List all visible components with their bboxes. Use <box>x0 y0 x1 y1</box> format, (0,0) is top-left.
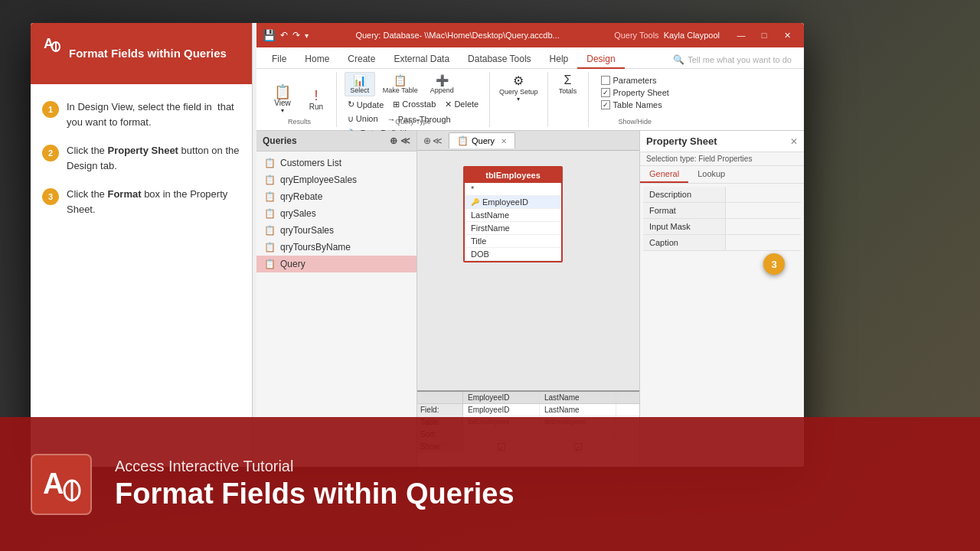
view-label: View <box>274 99 291 107</box>
grid-field-col2[interactable]: LastName <box>540 404 616 416</box>
ribbon-group-totals: Σ Totals <box>548 72 589 127</box>
view-icon: 📋 <box>274 85 291 99</box>
tab-create[interactable]: Create <box>338 51 384 69</box>
table-field-employeeid[interactable]: 🔑 EmployeeID <box>465 196 561 209</box>
field-all-label: * <box>471 184 474 194</box>
run-button[interactable]: ! Run <box>301 87 332 112</box>
ribbon: File Home Create External Data Database … <box>256 47 804 131</box>
grid-field-col1[interactable]: EmployeeID <box>463 404 540 416</box>
window-controls: — □ ✕ <box>730 28 798 43</box>
query-setup-label: Query Setup <box>499 88 538 96</box>
step-1-badge: 1 <box>42 101 59 118</box>
grid-header-cell-1: EmployeeID <box>463 392 540 403</box>
totals-button[interactable]: Σ Totals <box>553 72 583 96</box>
ps-input-mask-label: Input Mask <box>643 219 726 234</box>
ps-input-mask-value[interactable] <box>726 223 802 230</box>
table-names-toggle[interactable]: ✓ Table Names <box>599 99 671 110</box>
tab-collapse-arrow[interactable]: ≪ <box>433 135 443 146</box>
tab-design[interactable]: Design <box>577 51 624 69</box>
nav-item-qrytoursales[interactable]: 📋 qryTourSales <box>256 222 416 239</box>
query-tab-close[interactable]: ✕ <box>501 137 507 145</box>
tab-external-data[interactable]: External Data <box>384 51 459 69</box>
table-fields-scroll: * 🔑 EmployeeID LastName FirstName <box>465 183 561 261</box>
steps-container: 1 In Design View, select the field in th… <box>31 84 252 246</box>
table-field-firstname[interactable]: FirstName <box>465 222 561 235</box>
bottom-bar: A Access Interactive Tutorial Format Fie… <box>0 417 980 551</box>
nav-item-label-7: Query <box>280 259 305 269</box>
dropdown-arrow[interactable]: ▾ <box>305 31 309 40</box>
nav-item-label-1: Customers List <box>280 158 341 168</box>
ps-caption-value[interactable] <box>726 240 802 246</box>
property-sheet-close-button[interactable]: ✕ <box>790 136 798 147</box>
nav-item-customers-list[interactable]: 📋 Customers List <box>256 155 416 171</box>
view-arrow: ▾ <box>281 107 284 114</box>
search-placeholder[interactable]: Tell me what you want to do <box>688 55 792 64</box>
redo-icon[interactable]: ↷ <box>292 30 300 41</box>
tab-left-arrow[interactable]: ⊕ <box>423 135 431 146</box>
step-3-text: Click the Format box in the Property She… <box>67 187 240 217</box>
property-sheet-checkbox[interactable]: ✓ <box>601 88 610 97</box>
minimize-button[interactable]: — <box>730 28 752 43</box>
table-names-checkbox[interactable]: ✓ <box>601 100 610 109</box>
table-field-lastname[interactable]: LastName <box>465 209 561 222</box>
ps-format-value[interactable] <box>726 207 802 214</box>
property-sheet-header: Property Sheet ✕ <box>640 131 804 152</box>
nav-item-label-4: qrySales <box>280 208 316 219</box>
ps-tab-lookup[interactable]: Lookup <box>688 166 734 183</box>
query-tab-icon: 📋 <box>457 135 469 146</box>
ps-field-format[interactable]: Format <box>643 203 801 219</box>
title-bar: 💾 ↶ ↷ ▾ Query: Database- \\Mac\Home\Desk… <box>256 23 804 47</box>
update-button[interactable]: ↻ Update <box>345 98 387 111</box>
ps-field-caption: Caption <box>643 235 801 251</box>
ps-tab-general[interactable]: General <box>640 166 688 183</box>
tab-file[interactable]: File <box>263 51 296 69</box>
parameters-checkbox[interactable] <box>601 76 610 85</box>
tab-help[interactable]: Help <box>541 51 578 69</box>
nav-item-query[interactable]: 📋 Query <box>256 256 416 272</box>
nav-item-qryrebate[interactable]: 📋 qryRebate <box>256 188 416 205</box>
nav-expand-icon[interactable]: ⊕ <box>390 135 397 146</box>
append-button[interactable]: ➕ Append <box>426 73 459 96</box>
table-header: tblEmployees <box>465 168 561 183</box>
tutorial-text-block: Access Interactive Tutorial Format Field… <box>115 458 514 510</box>
tutorial-subtitle: Access Interactive Tutorial <box>115 458 514 475</box>
grid-col1-field: EmployeeID <box>468 393 509 402</box>
access-logo-small: A <box>37 29 66 58</box>
ribbon-group-results: 📋 View ▾ ! Run Results <box>263 72 337 127</box>
tab-database-tools[interactable]: Database Tools <box>459 51 541 69</box>
svg-text:A: A <box>43 468 64 500</box>
parameters-toggle[interactable]: Parameters <box>599 75 671 86</box>
user-name: Kayla Claypool <box>664 31 720 40</box>
table-field-title[interactable]: Title <box>465 235 561 248</box>
close-button[interactable]: ✕ <box>776 28 798 43</box>
nav-item-qryemployeesales[interactable]: 📋 qryEmployeeSales <box>256 171 416 188</box>
property-sheet-selection: Selection type: Field Properties <box>640 152 804 166</box>
step-2-text: Click the Property Sheet button on the D… <box>67 143 240 173</box>
view-button[interactable]: 📋 View ▾ <box>267 83 298 116</box>
property-sheet-toggle[interactable]: ✓ Property Sheet <box>599 87 671 98</box>
crosstab-button[interactable]: ⊞ Crosstab <box>390 98 439 111</box>
table-field-dob[interactable]: DOB <box>465 248 561 261</box>
tab-home[interactable]: Home <box>296 51 338 69</box>
nav-item-qrysales[interactable]: 📋 qrySales <box>256 205 416 222</box>
save-icon[interactable]: 💾 <box>263 29 276 41</box>
field-lastname-label: LastName <box>471 210 509 220</box>
query-tab-main[interactable]: 📋 Query ✕ <box>449 132 515 148</box>
select-button[interactable]: 📊 Select <box>345 72 375 96</box>
field-title-label: Title <box>471 236 486 246</box>
tutorial-title: Format Fields within Queries <box>115 478 514 510</box>
table-field-all[interactable]: * <box>465 183 561 196</box>
make-table-button[interactable]: 📋 Make Table <box>378 73 423 96</box>
query-setup-button[interactable]: ⚙ Query Setup ▾ <box>495 72 543 104</box>
delete-button[interactable]: ✕ Delete <box>442 98 482 111</box>
ribbon-group-show-hide: Parameters ✓ Property Sheet ✓ Table Name… <box>589 72 681 127</box>
ps-description-value[interactable] <box>726 191 802 197</box>
step3-overlay-badge: 3 <box>763 253 785 275</box>
nav-item-qrytoursbyname[interactable]: 📋 qryToursByName <box>256 239 416 256</box>
undo-icon[interactable]: ↶ <box>280 30 288 41</box>
nav-collapse-icon[interactable]: ≪ <box>400 135 410 146</box>
maximize-button[interactable]: □ <box>753 28 775 43</box>
field-firstname-label: FirstName <box>471 223 510 233</box>
ps-caption-label: Caption <box>643 235 726 250</box>
access-logo-large: A <box>31 454 92 515</box>
